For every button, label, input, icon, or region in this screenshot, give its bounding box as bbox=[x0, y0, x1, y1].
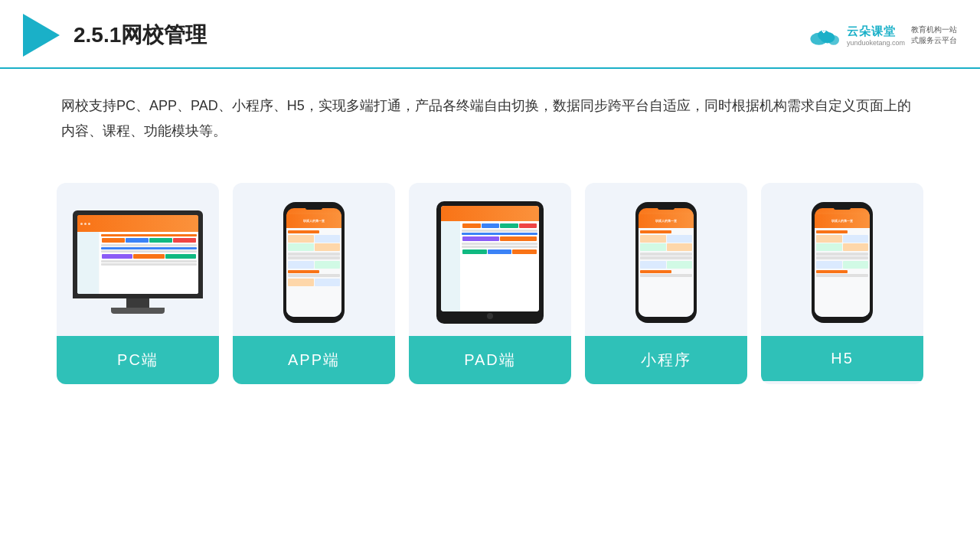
brand-name: 云朵课堂 bbox=[847, 24, 896, 39]
card-miniprogram: 职涯人的第一堂 bbox=[585, 183, 747, 384]
brand-url: yunduoketang.com bbox=[847, 39, 905, 47]
header-left: 2.5.1网校管理 bbox=[23, 14, 207, 57]
card-pad-image bbox=[409, 183, 571, 336]
card-h5: 职涯人的第一堂 bbox=[761, 183, 923, 384]
svg-point-2 bbox=[828, 35, 839, 45]
card-miniprogram-label: 小程序 bbox=[585, 336, 747, 384]
cloud-icon bbox=[805, 23, 842, 47]
phone-mini-icon: 职涯人的第一堂 bbox=[635, 202, 697, 323]
brand-tagline: 教育机构一站式服务云平台 bbox=[911, 24, 957, 46]
card-pad: PAD端 bbox=[409, 183, 571, 384]
page-title: 2.5.1网校管理 bbox=[74, 21, 207, 50]
cards-section: PC端 职涯人的第一堂 bbox=[0, 160, 980, 407]
pc-monitor-icon bbox=[73, 210, 203, 314]
brand-text: 云朵课堂 yunduoketang.com bbox=[847, 24, 905, 47]
card-pc-image bbox=[57, 183, 219, 336]
card-miniprogram-image: 职涯人的第一堂 bbox=[585, 183, 747, 336]
svg-point-4 bbox=[823, 31, 825, 33]
logo-triangle-icon bbox=[23, 14, 60, 57]
brand-logo: 云朵课堂 yunduoketang.com 教育机构一站式服务云平台 bbox=[805, 23, 957, 47]
card-h5-image: 职涯人的第一堂 bbox=[761, 183, 923, 336]
card-app: 职涯人的第一堂 bbox=[233, 183, 395, 384]
card-app-image: 职涯人的第一堂 bbox=[233, 183, 395, 336]
phone-h5-icon: 职涯人的第一堂 bbox=[812, 202, 873, 323]
card-app-label: APP端 bbox=[233, 336, 395, 384]
description-text: 网校支持PC、APP、PAD、小程序、H5，实现多端打通，产品各终端自由切换，数… bbox=[0, 69, 980, 160]
tablet-pad-icon bbox=[436, 201, 544, 324]
header: 2.5.1网校管理 云朵课堂 yunduoketang.com 教育机构一站式服… bbox=[0, 0, 980, 69]
card-pc: PC端 bbox=[57, 183, 219, 384]
card-h5-label: H5 bbox=[761, 336, 923, 381]
card-pc-label: PC端 bbox=[57, 336, 219, 384]
phone-app-icon: 职涯人的第一堂 bbox=[283, 202, 345, 323]
card-pad-label: PAD端 bbox=[409, 336, 571, 384]
